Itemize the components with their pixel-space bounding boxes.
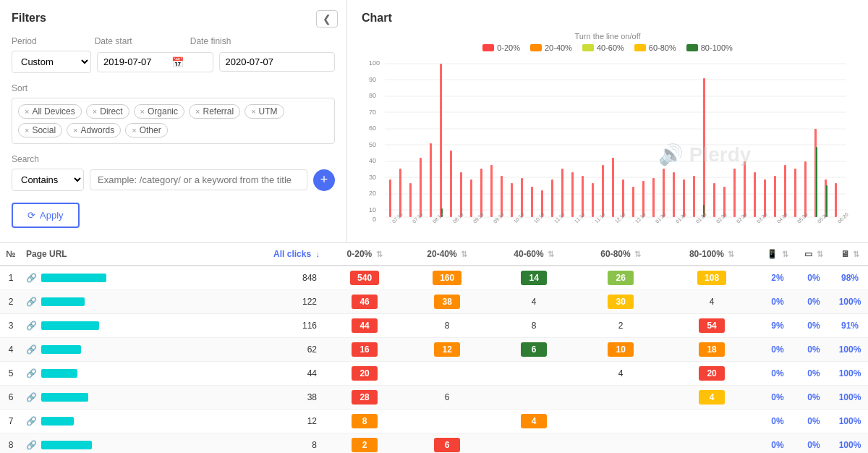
table-row: 3 🔗 11644882549%0%91%: [0, 314, 868, 338]
svg-text:50: 50: [369, 141, 376, 148]
th-0-20[interactable]: 0-20% ⇅: [326, 243, 404, 266]
td-tablet: 0%: [796, 290, 832, 314]
date-finish-wrap: [219, 52, 336, 72]
td-desktop: 100%: [832, 290, 868, 314]
url-link-icon[interactable]: 🔗: [26, 273, 37, 283]
svg-rect-27: [440, 64, 442, 217]
legend-80-100[interactable]: 80-100%: [686, 43, 733, 52]
th-all-clicks[interactable]: All clicks ↓: [268, 243, 326, 266]
svg-rect-33: [501, 176, 503, 217]
legend-dot-20-40: [530, 44, 542, 51]
svg-rect-32: [490, 165, 493, 217]
td-url: 🔗: [22, 266, 268, 290]
url-bar: [41, 297, 85, 306]
td-0-20: 20: [326, 362, 404, 386]
th-80-100[interactable]: 80-100% ⇅: [664, 243, 760, 266]
svg-rect-48: [652, 178, 655, 217]
tag-other[interactable]: × Other: [125, 123, 167, 137]
contains-select[interactable]: Contains: [12, 169, 84, 191]
tag-organic[interactable]: × Organic: [134, 104, 184, 119]
td-20-40: 38: [404, 290, 490, 314]
period-row: Period Date start Date finish Custom Las…: [12, 36, 335, 73]
legend-60-80[interactable]: 60-80%: [634, 43, 676, 52]
td-40-60: [490, 362, 577, 386]
svg-text:0: 0: [373, 216, 376, 223]
search-label: Search: [12, 154, 335, 164]
tag-social[interactable]: × Social: [18, 123, 62, 137]
td-url: 🔗: [22, 410, 268, 433]
svg-rect-31: [480, 169, 482, 217]
td-tablet: 0%: [796, 314, 832, 338]
td-desktop: 100%: [832, 410, 868, 433]
svg-text:100: 100: [369, 59, 380, 67]
td-desktop: 100%: [832, 433, 868, 454]
url-link-icon[interactable]: 🔗: [26, 297, 37, 307]
th-tablet[interactable]: ▭ ⇅: [796, 243, 832, 266]
period-select[interactable]: Custom Last 7 days Last 30 days: [12, 51, 91, 73]
td-40-60: 6: [490, 338, 577, 362]
td-tablet: 0%: [796, 362, 832, 386]
url-link-icon[interactable]: 🔗: [26, 440, 37, 450]
url-link-icon[interactable]: 🔗: [26, 344, 37, 355]
legend-dot-40-60: [582, 44, 594, 51]
svg-rect-63: [804, 161, 807, 217]
th-num: №: [0, 243, 22, 266]
table-row: 5 🔗 44204200%0%100%: [0, 362, 868, 386]
search-input[interactable]: [90, 169, 307, 190]
table-row: 7 🔗 12840%0%100%: [0, 410, 868, 433]
th-60-80[interactable]: 60-80% ⇅: [577, 243, 664, 266]
url-link-icon[interactable]: 🔗: [26, 392, 37, 402]
td-mobile: 0%: [760, 338, 796, 362]
td-60-80: 4: [577, 362, 664, 386]
legend-label-80-100: 80-100%: [701, 43, 733, 52]
legend-title: Turn the line on/off: [362, 32, 854, 41]
svg-text:🔊 Plerdy: 🔊 Plerdy: [658, 143, 752, 166]
apply-button[interactable]: ⟳ Apply: [12, 203, 80, 228]
tag-all-devices[interactable]: × All Devices: [18, 104, 82, 119]
th-40-60[interactable]: 40-60% ⇅: [490, 243, 577, 266]
tag-direct[interactable]: × Direct: [86, 104, 129, 119]
svg-rect-38: [551, 179, 553, 217]
add-filter-button[interactable]: +: [313, 169, 335, 191]
tag-utm[interactable]: × UTM: [244, 104, 284, 119]
legend-40-60[interactable]: 40-60%: [582, 43, 624, 52]
tag-adwords[interactable]: × Adwords: [67, 123, 121, 137]
apply-icon: ⟳: [27, 210, 35, 221]
table-row: 6 🔗 3828640%0%100%: [0, 386, 868, 410]
svg-rect-42: [592, 183, 594, 217]
date-finish-input[interactable]: [226, 56, 291, 67]
td-20-40: 8: [404, 314, 490, 338]
svg-text:60: 60: [369, 124, 376, 132]
th-20-40[interactable]: 20-40% ⇅: [404, 243, 490, 266]
url-bar: [41, 321, 99, 330]
svg-rect-22: [389, 179, 391, 217]
td-desktop: 100%: [832, 338, 868, 362]
svg-rect-28: [450, 151, 452, 217]
td-20-40: 6: [404, 386, 490, 410]
filters-panel: Filters ❮ Period Date start Date finish …: [0, 0, 347, 242]
svg-text:70: 70: [369, 109, 376, 116]
td-mobile: 0%: [760, 290, 796, 314]
td-80-100: [664, 433, 760, 454]
legend-0-20[interactable]: 0-20%: [482, 43, 520, 52]
td-40-60: 14: [490, 266, 577, 290]
table-row: 8 🔗 8260%0%100%: [0, 433, 868, 454]
collapse-button[interactable]: ❮: [316, 10, 338, 27]
tag-referral[interactable]: × Referral: [189, 104, 240, 119]
th-url: Page URL: [22, 243, 268, 266]
svg-rect-26: [430, 143, 432, 217]
th-mobile[interactable]: 📱 ⇅: [760, 243, 796, 266]
td-num: 2: [0, 290, 22, 314]
legend-20-40[interactable]: 20-40%: [530, 43, 572, 52]
td-80-100: [664, 410, 760, 433]
svg-rect-25: [420, 158, 422, 217]
url-link-icon[interactable]: 🔗: [26, 368, 37, 378]
url-link-icon[interactable]: 🔗: [26, 321, 37, 331]
url-bar: [41, 274, 106, 282]
table-header-row: № Page URL All clicks ↓ 0-20% ⇅ 20-40% ⇅…: [0, 243, 868, 266]
search-row: Contains +: [12, 169, 335, 191]
url-link-icon[interactable]: 🔗: [26, 416, 37, 426]
table-section: № Page URL All clicks ↓ 0-20% ⇅ 20-40% ⇅…: [0, 243, 868, 453]
th-desktop[interactable]: 🖥 ⇅: [832, 243, 868, 266]
date-start-input[interactable]: [103, 56, 169, 67]
